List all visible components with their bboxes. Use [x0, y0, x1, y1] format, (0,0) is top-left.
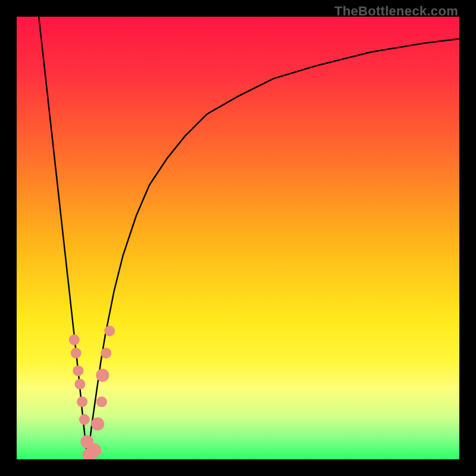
marker-point: [69, 334, 80, 345]
marker-point: [73, 365, 83, 376]
marker-point: [91, 417, 104, 430]
marker-point: [101, 347, 111, 358]
plot-area: [17, 17, 459, 459]
marker-point: [74, 379, 85, 390]
chart-svg: [17, 17, 459, 459]
marker-point: [104, 325, 115, 336]
marker-point: [79, 414, 90, 425]
marker-point: [96, 396, 107, 407]
marker-point: [77, 396, 87, 407]
gradient-background: [17, 17, 459, 459]
marker-point: [96, 369, 109, 382]
chart-frame: TheBottleneck.com: [0, 0, 476, 476]
marker-point: [71, 347, 82, 358]
marker-point: [87, 443, 101, 458]
